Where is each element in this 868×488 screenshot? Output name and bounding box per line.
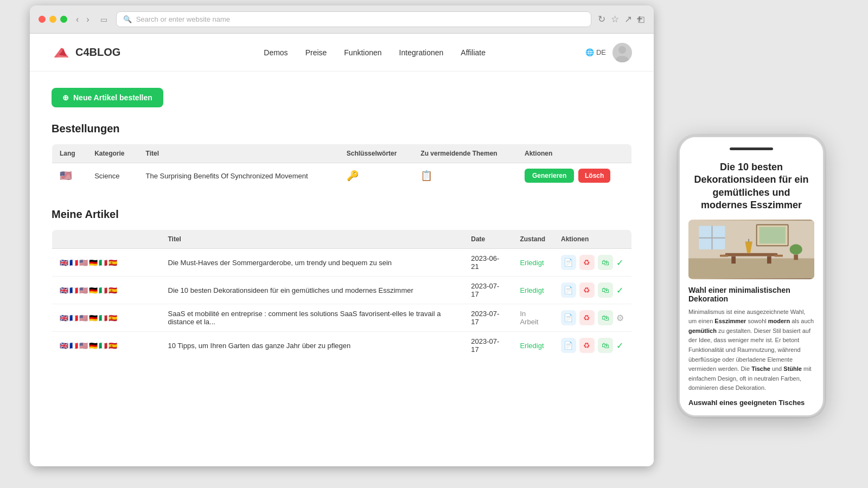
order-themen[interactable]: 📋 bbox=[413, 163, 517, 189]
flag-fr: 🇫🇷 bbox=[69, 342, 78, 350]
article-aktionen-1: 📄 ♻ 🛍 ✓ bbox=[553, 277, 632, 304]
copy-icon-button[interactable]: 📄 bbox=[561, 255, 576, 270]
svg-point-18 bbox=[790, 244, 802, 254]
nav-integrationen[interactable]: Integrationen bbox=[399, 48, 444, 57]
flag-gb: 🇬🇧 bbox=[60, 286, 68, 294]
col-schluessel: Schlüsselwörter bbox=[339, 144, 413, 163]
flag-it: 🇮🇹 bbox=[99, 314, 107, 322]
article-aktionen-2: 📄 ♻ 🛍 ⚙ bbox=[553, 304, 632, 332]
table-row: 🇬🇧 🇫🇷 🇺🇸 🇩🇪 🇮🇹 🇪🇸 SaaS et mobilité en en… bbox=[52, 304, 632, 332]
article-titel-1: Die 10 besten Dekorationsideen für ein g… bbox=[161, 277, 464, 304]
close-button[interactable] bbox=[39, 16, 46, 23]
nav-demos[interactable]: Demos bbox=[264, 48, 288, 57]
svg-rect-9 bbox=[731, 256, 736, 264]
flag-es: 🇪🇸 bbox=[108, 286, 117, 294]
action-icons: 📄 ♻ 🛍 ⚙ bbox=[561, 310, 624, 325]
flags-row: 🇬🇧 🇫🇷 🇺🇸 🇩🇪 🇮🇹 🇪🇸 bbox=[60, 286, 153, 294]
address-bar[interactable]: 🔍 Search or enter website name bbox=[116, 11, 591, 27]
order-lang: 🇺🇸 bbox=[52, 163, 87, 189]
sidebar-toggle-button[interactable]: ▭ bbox=[98, 14, 110, 25]
col-art-flags bbox=[52, 230, 161, 249]
status-check-icon: ✓ bbox=[616, 341, 623, 351]
svg-rect-19 bbox=[794, 254, 798, 260]
refresh-icon-button[interactable]: ♻ bbox=[579, 338, 595, 353]
flags-row: 🇬🇧 🇫🇷 🇺🇸 🇩🇪 🇮🇹 🇪🇸 bbox=[60, 259, 153, 267]
bookmark-button[interactable]: ☆ bbox=[611, 14, 619, 25]
orders-table: Lang Kategorie Titel Schlüsselwörter Zu … bbox=[52, 144, 632, 189]
col-lang: Lang bbox=[52, 144, 87, 163]
article-zustand-2: In Arbeit bbox=[512, 304, 553, 332]
flags-row: 🇬🇧 🇫🇷 🇺🇸 🇩🇪 🇮🇹 🇪🇸 bbox=[60, 342, 153, 350]
flag-fr: 🇫🇷 bbox=[69, 314, 78, 322]
svg-rect-7 bbox=[688, 258, 814, 278]
phone-section1-title: Wahl einer minimalistischen Dekoration bbox=[688, 286, 814, 303]
status-badge: In Arbeit bbox=[520, 310, 538, 326]
svg-rect-12 bbox=[775, 254, 783, 256]
refresh-icon-button[interactable]: ♻ bbox=[579, 310, 595, 325]
col-kategorie: Kategorie bbox=[87, 144, 138, 163]
order-schluessel[interactable]: 🔑 bbox=[339, 163, 413, 189]
svg-rect-11 bbox=[720, 254, 728, 256]
flag-fr: 🇫🇷 bbox=[69, 286, 78, 294]
globe-icon: 🌐 bbox=[585, 48, 594, 56]
keywords-icon: 🔑 bbox=[347, 170, 359, 181]
forward-button[interactable]: › bbox=[84, 14, 91, 25]
back-button[interactable]: ‹ bbox=[74, 14, 81, 25]
col-art-zustand: Zustand bbox=[512, 230, 553, 249]
article-titel-2: SaaS et mobilité en entreprise : comment… bbox=[161, 304, 464, 332]
phone-content: Die 10 besten Dekorationsideen für ein g… bbox=[680, 152, 823, 415]
refresh-icon-button[interactable]: ♻ bbox=[579, 255, 595, 270]
website-content: C4BLOG Demos Preise Funktionen Integrati… bbox=[30, 34, 654, 466]
phone-article-title: Die 10 besten Dekorationsideen für ein g… bbox=[688, 161, 814, 212]
col-themen: Zu vermeidende Themen bbox=[413, 144, 517, 163]
minimize-button[interactable] bbox=[49, 16, 56, 23]
flag-it: 🇮🇹 bbox=[99, 259, 107, 267]
reload-button[interactable]: ↻ bbox=[598, 14, 605, 25]
user-avatar[interactable] bbox=[612, 43, 632, 62]
share-button[interactable]: ↗ bbox=[624, 14, 632, 25]
article-date-0: 2023-06-21 bbox=[463, 249, 512, 277]
shopify-icon-button[interactable]: 🛍 bbox=[598, 255, 613, 270]
logo-icon bbox=[52, 45, 71, 60]
avatar-icon bbox=[612, 43, 632, 62]
copy-icon-button[interactable]: 📄 bbox=[561, 338, 576, 353]
shopify-icon-button[interactable]: 🛍 bbox=[598, 338, 613, 353]
article-flags-3: 🇬🇧 🇫🇷 🇺🇸 🇩🇪 🇮🇹 🇪🇸 bbox=[52, 332, 161, 359]
nav-preise[interactable]: Preise bbox=[305, 48, 327, 57]
nav-funktionen[interactable]: Funktionen bbox=[344, 48, 381, 57]
generate-button[interactable]: Generieren bbox=[525, 169, 574, 183]
svg-point-5 bbox=[616, 56, 629, 62]
svg-rect-21 bbox=[748, 239, 749, 242]
flag-us: 🇺🇸 bbox=[79, 259, 88, 267]
table-row: 🇺🇸 Science The Surprising Benefits Of Sy… bbox=[52, 163, 632, 189]
shopify-icon-button[interactable]: 🛍 bbox=[598, 310, 613, 325]
shopify-icon-button[interactable]: 🛍 bbox=[598, 282, 613, 298]
logo[interactable]: C4BLOG bbox=[52, 45, 120, 60]
add-tab-button[interactable]: + bbox=[636, 13, 643, 25]
new-article-button[interactable]: ⊕ Neue Artikel bestellen bbox=[52, 88, 163, 107]
new-article-label: Neue Artikel bestellen bbox=[73, 93, 152, 102]
delete-button[interactable]: Lösch bbox=[578, 169, 610, 183]
nav-links: Demos Preise Funktionen Integrationen Af… bbox=[164, 48, 585, 57]
article-date-1: 2023-07-17 bbox=[463, 277, 512, 304]
flag-de: 🇩🇪 bbox=[89, 286, 98, 294]
browser-toolbar: ‹ › ▭ 🔍 Search or enter website name ↻ ☆… bbox=[30, 5, 654, 34]
flag-de: 🇩🇪 bbox=[89, 259, 98, 267]
articles-header-row: Titel Date Zustand Aktionen bbox=[52, 230, 632, 249]
article-zustand-3: Erledigt bbox=[512, 332, 553, 359]
article-titel-0: Die Must-Haves der Sommergarderobe, um t… bbox=[161, 249, 464, 277]
nav-affiliate[interactable]: Affiliate bbox=[461, 48, 486, 57]
phone-notch-bar bbox=[730, 147, 773, 150]
order-titel: The Surprising Benefits Of Synchronized … bbox=[138, 163, 339, 189]
copy-icon-button[interactable]: 📄 bbox=[561, 282, 576, 298]
svg-rect-8 bbox=[725, 253, 778, 256]
language-selector[interactable]: 🌐 DE bbox=[585, 48, 606, 56]
refresh-icon-button[interactable]: ♻ bbox=[579, 282, 595, 298]
order-aktionen: Generieren Lösch bbox=[517, 163, 632, 189]
copy-icon-button[interactable]: 📄 bbox=[561, 310, 576, 325]
flag-gb: 🇬🇧 bbox=[60, 342, 68, 350]
flag-de: 🇩🇪 bbox=[89, 314, 98, 322]
flag-gb: 🇬🇧 bbox=[60, 259, 68, 267]
maximize-button[interactable] bbox=[60, 16, 67, 23]
table-row: 🇬🇧 🇫🇷 🇺🇸 🇩🇪 🇮🇹 🇪🇸 Die Must-Haves der Som… bbox=[52, 249, 632, 277]
